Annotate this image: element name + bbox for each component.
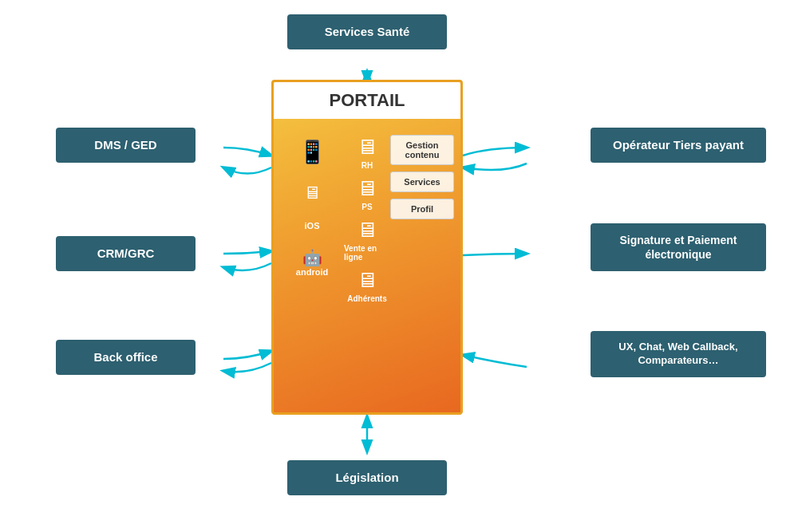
rh-label: RH <box>361 161 373 170</box>
monitor-vente: 🖥 Vente en ligne <box>344 218 390 262</box>
device-desktop: 🖥 <box>303 183 321 203</box>
device-tablet: 📱 <box>298 139 326 165</box>
portail-devices: 📱 🖥 iOS 🤖 android <box>280 139 344 303</box>
android-label: android <box>296 267 328 277</box>
ios-label: iOS <box>305 221 320 231</box>
signature-paiement-box: Signature et Paiement électronique <box>591 223 766 271</box>
diagram-container: Services Santé Législation DMS / GED CRM… <box>0 0 798 532</box>
side-buttons: Gestion contenu Services Profil <box>390 135 454 303</box>
device-android: 🤖 android <box>296 248 328 277</box>
back-office-box: Back office <box>56 340 196 375</box>
portail-box: PORTAIL 📱 🖥 iOS 🤖 <box>271 80 463 415</box>
profil-btn: Profil <box>390 199 454 219</box>
portail-monitors: 🖥 RH 🖥 PS 🖥 Vente en ligne 🖥 Adhérents <box>344 135 390 303</box>
device-ios: iOS <box>305 221 320 231</box>
adherents-label: Adhérents <box>347 294 386 303</box>
portail-title: PORTAIL <box>274 82 460 119</box>
vente-label: Vente en ligne <box>344 244 390 262</box>
legislation-box: Législation <box>287 460 447 495</box>
monitor-ps: 🖥 PS <box>357 176 377 211</box>
ux-chat-box: UX, Chat, Web Callback, Comparateurs… <box>591 331 766 377</box>
gestion-contenu-btn: Gestion contenu <box>390 135 454 165</box>
operateur-tiers-box: Opérateur Tiers payant <box>591 128 766 163</box>
dms-ged-box: DMS / GED <box>56 128 196 163</box>
monitor-rh: 🖥 RH <box>357 135 377 170</box>
monitor-adherents: 🖥 Adhérents <box>347 268 386 303</box>
services-btn: Services <box>390 171 454 192</box>
ps-label: PS <box>361 203 372 211</box>
crm-grc-box: CRM/GRC <box>56 236 196 271</box>
services-sante-box: Services Santé <box>287 14 447 49</box>
